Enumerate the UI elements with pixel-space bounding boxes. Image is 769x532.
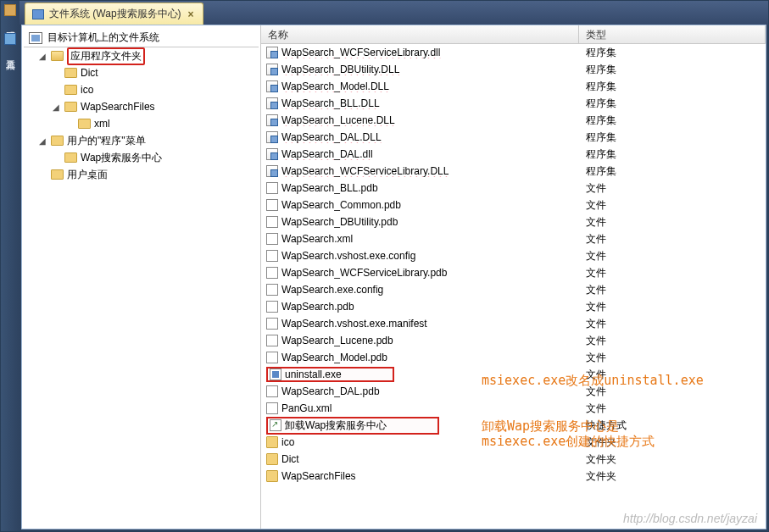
table-row[interactable]: WapSearch_WCFServiceLibrary.DLL程序集 <box>261 163 766 180</box>
asm-icon <box>266 165 278 177</box>
left-rail: 服务器资源管理器 工具箱 <box>1 1 20 531</box>
tree-node-app-folder[interactable]: ◢ 应用程序文件夹 <box>37 47 259 64</box>
file-type: 程序集 <box>579 97 766 111</box>
tree-node-user-desktop[interactable]: 用户桌面 <box>37 166 259 183</box>
table-row[interactable]: WapSearch_Lucene.pdb文件 <box>261 332 766 349</box>
table-row[interactable]: ico文件夹 <box>261 434 766 451</box>
vtab-server-explorer[interactable]: 服务器资源管理器 <box>3 19 19 30</box>
table-row[interactable]: WapSearch.xml文件 <box>261 230 766 247</box>
table-row[interactable]: 卸载Wap搜索服务中心快捷方式 <box>261 417 766 434</box>
file-name: WapSearch.exe.config <box>281 284 383 296</box>
folder-tree: ◢ 应用程序文件夹 Dict ico ◢WapSearchFiles <box>24 47 259 183</box>
file-name: WapSearch_BLL.DLL <box>281 97 380 109</box>
file-type: 程序集 <box>579 46 766 60</box>
file-type: 文件 <box>579 351 766 365</box>
table-row[interactable]: WapSearch_DAL.DLL程序集 <box>261 129 766 146</box>
file-name: WapSearch_WCFServiceLibrary.pdb <box>281 267 447 279</box>
file-name: WapSearch_Common.pdb <box>281 199 401 211</box>
file-type: 文件 <box>579 266 766 280</box>
table-row[interactable]: WapSearch_DBUtility.DLL程序集 <box>261 61 766 78</box>
table-row[interactable]: WapSearch_DAL.dll程序集 <box>261 146 766 163</box>
file-name: Dict <box>281 453 299 465</box>
file-name: WapSearch_DBUtility.DLL <box>281 64 399 75</box>
file-name: 卸载Wap搜索服务中心 <box>285 418 387 433</box>
tree-label: 用户的"程序"菜单 <box>67 134 146 148</box>
file-name: WapSearch.vshost.exe.manifest <box>281 318 427 330</box>
table-row[interactable]: WapSearch_WCFServiceLibrary.dll程序集 <box>261 44 766 61</box>
collapse-icon[interactable]: ◢ <box>37 136 47 146</box>
table-row[interactable]: Dict文件夹 <box>261 451 766 468</box>
asm-icon <box>266 80 278 92</box>
table-row[interactable]: PanGu.xml文件 <box>261 400 766 417</box>
tree-node-wap-center[interactable]: Wap搜索服务中心 <box>51 149 259 166</box>
folder-icon <box>266 470 278 482</box>
asm-icon <box>266 148 278 160</box>
table-row[interactable]: WapSearchFiles文件夹 <box>261 468 766 485</box>
file-type: 程序集 <box>579 80 766 94</box>
table-row[interactable]: WapSearch_DAL.pdb文件 <box>261 383 766 400</box>
file-name: WapSearch.vshost.exe.config <box>281 250 415 262</box>
table-row[interactable]: WapSearch_WCFServiceLibrary.pdb文件 <box>261 264 766 281</box>
table-row[interactable]: WapSearch.pdb文件 <box>261 298 766 315</box>
tree-node-dict[interactable]: Dict <box>51 64 259 81</box>
table-row[interactable]: WapSearch_Common.pdb文件 <box>261 197 766 213</box>
computer-icon <box>29 32 42 44</box>
tree-label: 用户桌面 <box>67 168 108 182</box>
file-icon <box>266 335 278 346</box>
folder-icon <box>64 102 77 112</box>
watermark: http://blog.csdn.net/jayzai <box>623 512 757 525</box>
file-type: 文件 <box>579 215 766 230</box>
table-row[interactable]: WapSearch_BLL.pdb文件 <box>261 180 766 197</box>
file-type: 文件 <box>579 283 766 297</box>
tree-node-xml[interactable]: xml <box>64 115 259 132</box>
file-type: 程序集 <box>579 164 766 179</box>
file-name: WapSearch_DAL.DLL <box>281 131 382 143</box>
file-icon <box>266 216 278 228</box>
main-area: 文件系统 (Wap搜索服务中心) × 目标计算机上的文件系统 ◢ <box>20 1 768 531</box>
collapse-icon[interactable]: ◢ <box>37 51 47 61</box>
col-header-type[interactable]: 类型 <box>579 25 766 43</box>
file-name: WapSearch.pdb <box>281 301 354 313</box>
file-icon <box>266 301 278 313</box>
table-row[interactable]: WapSearch_Model.pdb文件 <box>261 349 766 366</box>
folder-icon <box>64 68 77 78</box>
col-header-name[interactable]: 名称 <box>261 25 579 43</box>
tree-pane[interactable]: 目标计算机上的文件系统 ◢ 应用程序文件夹 Dict <box>22 25 261 529</box>
tree-node-wapsearchfiles[interactable]: ◢WapSearchFiles <box>51 98 259 115</box>
table-row[interactable]: WapSearch_BLL.DLL程序集 <box>261 95 766 112</box>
file-name: WapSearch_DAL.pdb <box>281 385 380 397</box>
tree-node-ico[interactable]: ico <box>51 81 259 98</box>
file-type: 文件 <box>579 368 766 382</box>
tree-header-label: 目标计算机上的文件系统 <box>47 30 159 45</box>
file-name: WapSearch_Model.pdb <box>281 352 387 363</box>
file-type: 文件夹 <box>579 435 766 450</box>
split-pane: 目标计算机上的文件系统 ◢ 应用程序文件夹 Dict <box>22 25 766 529</box>
table-row[interactable]: WapSearch_Model.DLL程序集 <box>261 78 766 95</box>
tab-filesystem[interactable]: 文件系统 (Wap搜索服务中心) × <box>25 3 203 25</box>
file-name: WapSearch_Lucene.pdb <box>281 335 393 346</box>
vtab-toolbox[interactable]: 工具箱 <box>3 48 19 58</box>
table-row[interactable]: WapSearch.vshost.exe.manifest文件 <box>261 315 766 332</box>
table-row[interactable]: WapSearch.exe.config文件 <box>261 281 766 298</box>
table-row[interactable]: WapSearch.vshost.exe.config文件 <box>261 247 766 264</box>
file-name: WapSearchFiles <box>281 470 356 482</box>
file-icon <box>266 284 278 296</box>
file-name: WapSearch_Lucene.DLL <box>281 114 395 126</box>
file-name: WapSearch_WCFServiceLibrary.DLL <box>281 165 449 177</box>
list-pane: 名称 类型 WapSearch_WCFServiceLibrary.dll程序集… <box>261 25 766 529</box>
file-icon <box>266 318 278 330</box>
list-header: 名称 类型 <box>261 25 766 44</box>
list-body[interactable]: WapSearch_WCFServiceLibrary.dll程序集WapSea… <box>261 44 766 529</box>
table-row[interactable]: WapSearch_DBUtility.pdb文件 <box>261 213 766 230</box>
file-type: 文件 <box>579 300 766 314</box>
asm-icon <box>266 131 278 143</box>
table-row[interactable]: WapSearch_Lucene.DLL程序集 <box>261 112 766 129</box>
collapse-icon[interactable]: ◢ <box>51 102 61 112</box>
file-type: 文件 <box>579 198 766 213</box>
table-row[interactable]: uninstall.exe文件 <box>261 366 766 383</box>
tab-close-button[interactable]: × <box>187 8 196 20</box>
tree-node-user-programs[interactable]: ◢用户的"程序"菜单 <box>37 132 259 149</box>
file-name: WapSearch_BLL.pdb <box>281 182 378 194</box>
folder-icon <box>51 169 64 180</box>
file-type: 程序集 <box>579 130 766 145</box>
